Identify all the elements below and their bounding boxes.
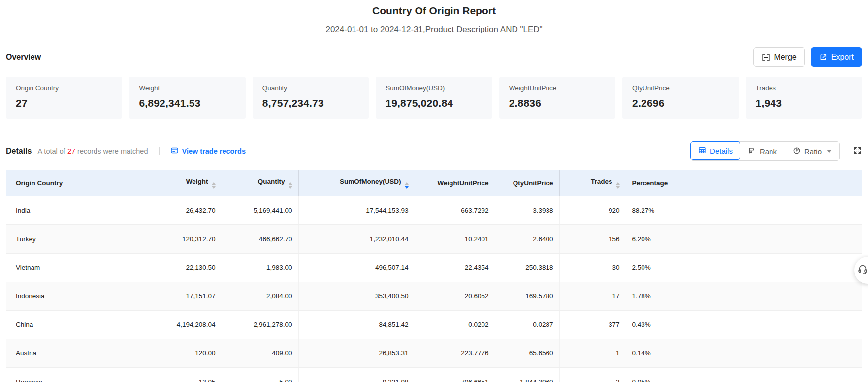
tab-label: Rank <box>760 147 777 156</box>
cell-trades: 30 <box>559 253 626 282</box>
overview-heading: Overview <box>6 53 41 62</box>
cell-weight-unit-price: 0.0202 <box>415 310 495 339</box>
cell-origin-country: Vietnam <box>6 253 149 282</box>
cell-weight: 120,312.70 <box>149 224 222 253</box>
cell-quantity: 2,084.00 <box>222 282 298 310</box>
stat-card-sum-of-money: SumOfMoney(USD) 19,875,020.84 <box>376 77 492 119</box>
table-row-vietnam: Vietnam22,130.501,983.00496,507.1422.435… <box>6 253 862 282</box>
table-row-china: China4,194,208.042,961,278.0084,851.420.… <box>6 310 862 339</box>
table-row-romania: Romania13.055.009,221.98706.66511,844.39… <box>6 367 862 382</box>
cell-quantity: 5.00 <box>222 367 298 382</box>
fullscreen-button[interactable] <box>853 146 862 157</box>
column-header-trades[interactable]: Trades <box>559 170 626 196</box>
cell-weight-unit-price: 223.7776 <box>415 339 495 367</box>
cell-qty-unit-price: 3.3938 <box>495 196 559 225</box>
pie-ratio-icon <box>793 147 801 156</box>
table-row-turkey: Turkey120,312.70466,662.701,232,010.4410… <box>6 224 862 253</box>
cell-sum-of-money: 84,851.42 <box>298 310 415 339</box>
merge-cells-icon <box>762 53 770 62</box>
stat-label: Origin Country <box>16 84 112 92</box>
cell-weight: 120.00 <box>149 339 222 367</box>
expand-icon <box>853 146 862 157</box>
cell-weight: 26,432.70 <box>149 196 222 225</box>
column-header-qty-unit-price: QtyUnitPrice <box>495 170 559 196</box>
column-header-weight[interactable]: Weight <box>149 170 222 196</box>
stat-value: 2.2696 <box>632 97 729 109</box>
column-label: Percentage <box>632 179 668 187</box>
cell-sum-of-money: 17,544,153.93 <box>298 196 415 225</box>
cell-percentage: 0.14% <box>626 339 862 367</box>
cell-qty-unit-price: 169.5780 <box>495 282 559 310</box>
cell-trades: 17 <box>559 282 626 310</box>
table-header-row: Origin CountryWeightQuantitySumOfMoney(U… <box>6 170 862 196</box>
tab-ratio[interactable]: Ratio <box>785 142 839 160</box>
page-subtitle: 2024-01-01 to 2024-12-31,Product Descrip… <box>6 25 862 34</box>
overview-bar: Overview Merge Export <box>6 47 862 67</box>
stat-card-weight-unit-price: WeightUnitPrice 2.8836 <box>499 77 615 119</box>
cell-percentage: 0.05% <box>626 367 862 382</box>
cell-origin-country: Austria <box>6 339 149 367</box>
table-row-indonesia: Indonesia17,151.072,084.00353,400.5020.6… <box>6 282 862 310</box>
sort-carets-icon[interactable] <box>616 182 620 189</box>
cell-weight-unit-price: 10.2401 <box>415 224 495 253</box>
view-trade-records-link[interactable]: View trade records <box>170 146 246 156</box>
table-grid-icon <box>698 146 706 156</box>
table-row-india: India26,432.705,169,441.0017,544,153.936… <box>6 196 862 225</box>
cell-sum-of-money: 1,232,010.44 <box>298 224 415 253</box>
tab-label: Ratio <box>804 147 822 156</box>
view-controls: Details Rank Ratio <box>690 141 862 161</box>
cell-percentage: 1.78% <box>626 282 862 310</box>
cell-quantity: 2,961,278.00 <box>222 310 298 339</box>
column-header-weight-unit-price: WeightUnitPrice <box>415 170 495 196</box>
stat-cards: Origin Country 27 Weight 6,892,341.53 Qu… <box>6 77 862 119</box>
stat-label: WeightUnitPrice <box>509 84 606 92</box>
cell-sum-of-money: 496,507.14 <box>298 253 415 282</box>
cell-quantity: 409.00 <box>222 339 298 367</box>
details-summary: Details A total of27records were matched… <box>6 146 246 156</box>
cell-sum-of-money: 26,853.31 <box>298 339 415 367</box>
stat-value: 1,943 <box>756 97 852 109</box>
cell-percentage: 88.27% <box>626 196 862 225</box>
export-button[interactable]: Export <box>811 47 862 67</box>
cell-weight: 22,130.50 <box>149 253 222 282</box>
table-row-austria: Austria120.00409.0026,853.31223.777665.6… <box>6 339 862 367</box>
cell-weight-unit-price: 22.4354 <box>415 253 495 282</box>
stat-card-origin-country: Origin Country 27 <box>6 77 122 119</box>
column-label: QtyUnitPrice <box>513 179 553 187</box>
cell-weight-unit-price: 663.7292 <box>415 196 495 225</box>
tab-details[interactable]: Details <box>690 141 740 160</box>
column-label: Origin Country <box>16 179 63 187</box>
cell-qty-unit-price: 1,844.3960 <box>495 367 559 382</box>
column-label: WeightUnitPrice <box>437 179 488 187</box>
merge-button-label: Merge <box>774 53 796 62</box>
cell-percentage: 2.50% <box>626 253 862 282</box>
cell-weight: 4,194,208.04 <box>149 310 222 339</box>
merge-button[interactable]: Merge <box>753 47 804 67</box>
page-title: Country Of Origin Report <box>6 0 862 17</box>
cell-percentage: 0.43% <box>626 310 862 339</box>
sort-carets-icon[interactable] <box>405 182 409 189</box>
sort-carets-icon[interactable] <box>289 182 292 189</box>
tab-rank[interactable]: Rank <box>740 142 785 160</box>
cell-sum-of-money: 9,221.98 <box>298 367 415 382</box>
details-heading: Details <box>6 147 32 156</box>
stat-label: QtyUnitPrice <box>632 84 729 92</box>
sort-carets-icon[interactable] <box>212 182 216 189</box>
stat-label: Quantity <box>262 84 359 92</box>
cell-quantity: 5,169,441.00 <box>222 196 298 225</box>
trade-link-label: View trade records <box>182 147 246 155</box>
stat-label: Trades <box>756 84 852 92</box>
export-button-label: Export <box>831 53 854 62</box>
column-header-quantity[interactable]: Quantity <box>222 170 298 196</box>
cell-qty-unit-price: 65.6560 <box>495 339 559 367</box>
cell-origin-country: Indonesia <box>6 282 149 310</box>
cell-trades: 377 <box>559 310 626 339</box>
bar-rank-icon <box>748 147 756 156</box>
cell-quantity: 1,983.00 <box>222 253 298 282</box>
cell-qty-unit-price: 2.6400 <box>495 224 559 253</box>
report-page: Country Of Origin Report 2024-01-01 to 2… <box>0 0 868 382</box>
column-label: SumOfMoney(USD) <box>340 178 401 185</box>
column-header-sum-of-money[interactable]: SumOfMoney(USD) <box>298 170 415 196</box>
cell-trades: 920 <box>559 196 626 225</box>
chevron-down-icon <box>827 150 832 153</box>
